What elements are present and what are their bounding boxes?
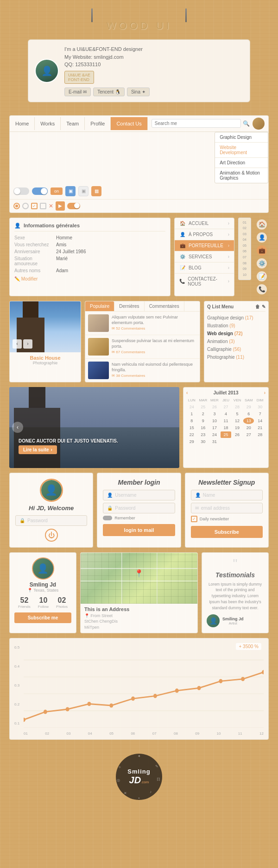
sq-btn-blue[interactable]: ▣ (65, 186, 76, 196)
ricon-6[interactable]: 📞 (257, 284, 267, 294)
menu-services[interactable]: ⚙️ SERVICES › (175, 251, 234, 262)
cal-day[interactable]: 16 (198, 425, 209, 431)
nav-team[interactable]: Team (61, 117, 85, 130)
cal-day[interactable]: 27 (243, 431, 254, 438)
cal-day[interactable]: 26 (232, 431, 243, 438)
cal-day[interactable]: 30 (254, 404, 265, 410)
menu-portefeuille[interactable]: 💼 PORTEFEUILLE › (175, 240, 234, 251)
ricon-2[interactable]: 👤 (257, 232, 267, 243)
sq-btn-gray[interactable]: ▣ (78, 186, 88, 196)
cal-highlighted[interactable]: 25 (221, 431, 232, 438)
radio-unchecked-1[interactable] (22, 203, 29, 209)
login-to-mail-button[interactable]: login to mail (103, 524, 175, 536)
dropdown-art[interactable]: Art Direction (215, 158, 268, 168)
hero-cta-button[interactable]: Lire la suite › (19, 445, 57, 454)
btn-on[interactable]: on (51, 187, 63, 195)
email-button[interactable]: E-mail ✉ (64, 87, 91, 96)
edit-link[interactable]: ✏️ Modifier (14, 276, 165, 281)
toggle-off[interactable] (13, 187, 29, 195)
menu-apropos[interactable]: 👤 À PROPOS › (175, 229, 234, 240)
nav-contact[interactable]: Contact Us (111, 117, 147, 130)
cal-day[interactable]: 10 (209, 418, 220, 424)
subscribe-me-button[interactable]: Subscribe me (14, 612, 71, 623)
username-field[interactable]: 👤 Username (103, 490, 175, 500)
cal-day[interactable]: 4 (221, 411, 232, 417)
search-input[interactable] (152, 119, 241, 128)
list-item-web[interactable]: Web design (72) (207, 330, 265, 337)
ricon-4[interactable]: ⚙️ (257, 258, 267, 269)
dropdown-graphic[interactable]: Graphic Design (215, 132, 268, 143)
cal-prev-arrow[interactable]: ‹ (186, 390, 188, 395)
sq-btn-orange[interactable]: ▦ (91, 186, 101, 196)
cal-day[interactable]: 1 (186, 411, 197, 417)
toggle-mini[interactable] (67, 203, 80, 209)
ctrl-next[interactable]: › (23, 339, 32, 349)
cal-day[interactable]: 7 (254, 411, 265, 417)
ricon-5[interactable]: 📝 (257, 271, 267, 281)
nav-profile[interactable]: Profile (85, 117, 111, 130)
ricon-3[interactable]: 💼 (257, 245, 267, 256)
sina-button[interactable]: Sina ✦ (127, 87, 150, 96)
cal-day[interactable]: 22 (186, 431, 197, 438)
cal-day[interactable]: 11 (221, 418, 232, 424)
cal-day[interactable]: 27 (221, 404, 232, 410)
cal-day[interactable]: 24 (209, 431, 220, 438)
toggle-on[interactable] (32, 187, 48, 195)
cal-day[interactable]: 5 (232, 411, 243, 417)
cal-day[interactable]: 2 (198, 411, 209, 417)
cal-day[interactable]: 24 (186, 404, 197, 410)
cal-day[interactable]: 19 (232, 425, 243, 431)
nav-home[interactable]: Home (10, 117, 35, 130)
cal-day[interactable]: 23 (198, 431, 209, 438)
menu-blog[interactable]: 📝 BLOG › (175, 262, 234, 274)
cal-day[interactable]: 12 (232, 418, 243, 424)
password-field[interactable]: 🔒 Password (103, 503, 175, 513)
cal-day[interactable]: 25 (198, 404, 209, 410)
cal-day[interactable]: 17 (209, 425, 220, 431)
cal-day[interactable]: 8 (186, 418, 197, 424)
cal-day[interactable]: 28 (254, 431, 265, 438)
cal-day[interactable]: 6 (243, 411, 254, 417)
tab-commentaires[interactable]: Commentaires (145, 301, 184, 311)
cal-day[interactable]: 30 (198, 438, 209, 445)
orange-square-btn[interactable]: ▶ (56, 201, 65, 211)
cal-next-arrow[interactable]: › (264, 390, 265, 395)
cal-day[interactable]: 14 (254, 418, 265, 424)
power-button[interactable]: ⏻ (45, 529, 58, 542)
dropdown-web[interactable]: Website Development (215, 143, 268, 158)
ctrl-prev[interactable]: ‹ (13, 339, 22, 349)
daily-checkbox[interactable]: ✓ (191, 516, 197, 522)
ricon-1[interactable]: 🏠 (257, 219, 267, 230)
cal-day[interactable]: 29 (243, 404, 254, 410)
menu-contact[interactable]: 📞 CONTACTEZ-NOUS › (175, 274, 234, 289)
cal-day[interactable]: 26 (209, 404, 220, 410)
cal-day[interactable]: 28 (232, 404, 243, 410)
dropdown-animation[interactable]: Animation & Motion Graphics (215, 168, 268, 183)
trash-icon[interactable]: 🗑 (255, 304, 260, 309)
cal-day[interactable]: 31 (209, 438, 220, 445)
cal-today[interactable]: 13 (243, 418, 254, 424)
search-icon[interactable]: 🔍 (243, 120, 250, 127)
subscribe-button[interactable]: Subscribe (191, 526, 263, 538)
menu-accueil[interactable]: 🏠 ACCUEIL › (175, 218, 234, 229)
list-item-graphic[interactable]: Graphique design (17) (207, 314, 265, 322)
remember-toggle[interactable] (103, 516, 112, 520)
newsletter-email-field[interactable]: ✉ email address (191, 503, 263, 513)
list-item-photo[interactable]: Photographie (11) (207, 353, 265, 361)
newsletter-name-field[interactable]: 👤 Name (191, 490, 263, 500)
cal-day[interactable]: 9 (198, 418, 209, 424)
radio-checked-1[interactable] (13, 203, 20, 209)
cal-day[interactable]: 18 (221, 425, 232, 431)
cal-day[interactable]: 29 (186, 438, 197, 445)
nav-works[interactable]: Works (35, 117, 61, 130)
tab-populaire[interactable]: Populaire (85, 301, 114, 311)
cal-day[interactable]: 3 (209, 411, 220, 417)
list-item-animation[interactable]: Animation (3) (207, 337, 265, 345)
check-unchecked[interactable] (40, 203, 46, 209)
list-item-calligraphie[interactable]: Calligraphie (56) (207, 345, 265, 353)
tab-dernieres[interactable]: Dernières (114, 301, 144, 311)
cal-day[interactable]: 15 (186, 425, 197, 431)
hero-prev-arrow[interactable]: ‹ (12, 422, 23, 433)
x-icon[interactable]: ✕ (49, 203, 53, 209)
cal-day[interactable]: 21 (254, 425, 265, 431)
